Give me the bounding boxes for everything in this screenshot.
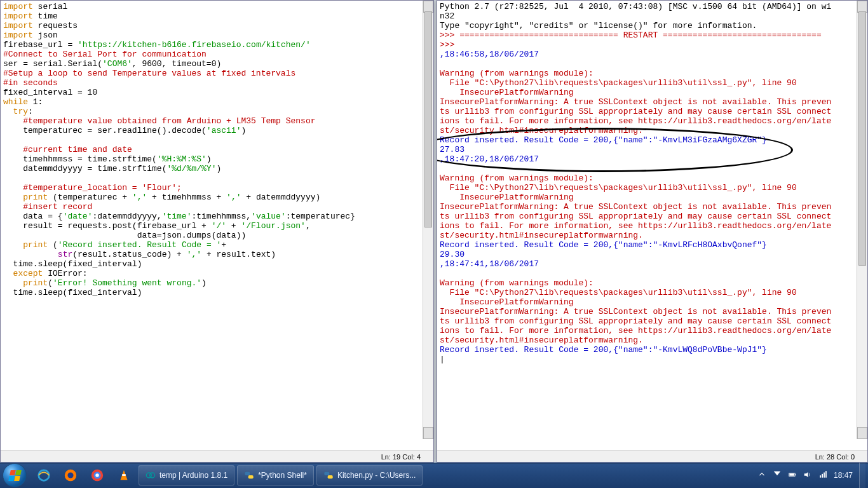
pinned-chrome[interactable] <box>85 465 110 485</box>
shell-window: Python 2.7 (r27:82525, Jul 4 2010, 07:43… <box>437 0 868 463</box>
vlc-icon <box>117 468 131 482</box>
svg-point-2 <box>67 472 73 478</box>
code-editor[interactable]: import serial import time import request… <box>1 1 433 451</box>
svg-point-9 <box>150 473 155 478</box>
shell-status-bar: Ln: 28 Col: 0 <box>437 451 867 462</box>
ie-icon <box>37 468 51 482</box>
desktop: import serial import time import request… <box>0 0 868 463</box>
pinned-vlc[interactable] <box>111 465 137 485</box>
shell-output[interactable]: Python 2.7 (r27:82525, Jul 4 2010, 07:43… <box>437 1 867 451</box>
taskbar: temp | Arduino 1.8.1 *Python Shell* Kitc… <box>0 463 868 488</box>
pinned-ie[interactable] <box>31 465 57 485</box>
taskbar-item-label: temp | Arduino 1.8.1 <box>159 471 227 480</box>
editor-cursor-position: Ln: 19 Col: 4 <box>381 453 433 461</box>
svg-rect-17 <box>789 473 794 476</box>
svg-rect-7 <box>122 474 126 476</box>
shell-cursor-position: Ln: 28 Col: 0 <box>815 453 867 461</box>
svg-rect-21 <box>824 472 825 477</box>
svg-rect-22 <box>825 471 827 478</box>
python-icon <box>244 470 254 480</box>
editor-window: import serial import time import request… <box>0 0 434 463</box>
tray-wifi-icon[interactable] <box>818 470 827 481</box>
tray-chevron-icon[interactable] <box>757 470 766 481</box>
tray-clock[interactable]: 18:47 <box>834 471 853 480</box>
svg-rect-19 <box>820 475 821 478</box>
show-desktop-button[interactable] <box>859 463 865 488</box>
svg-point-5 <box>95 473 99 477</box>
chrome-icon <box>90 468 104 482</box>
taskbar-item-label: *Python Shell* <box>258 471 307 480</box>
svg-marker-14 <box>774 471 781 475</box>
python-icon <box>323 470 334 480</box>
svg-rect-16 <box>795 473 796 475</box>
editor-status-bar: Ln: 19 Col: 4 <box>1 451 433 462</box>
arduino-icon <box>146 470 156 480</box>
pinned-firefox[interactable] <box>58 465 83 485</box>
svg-point-0 <box>39 470 50 481</box>
svg-rect-12 <box>324 472 329 475</box>
taskbar-item-python-shell[interactable]: *Python Shell* <box>237 465 314 485</box>
svg-marker-18 <box>804 471 808 477</box>
taskbar-item-arduino[interactable]: temp | Arduino 1.8.1 <box>139 465 234 485</box>
svg-rect-11 <box>248 475 254 478</box>
taskbar-item-kitchen-py[interactable]: Kitchen.py - C:\Users... <box>316 465 423 485</box>
firefox-icon <box>64 468 78 482</box>
shell-vscrollbar[interactable] <box>857 1 867 439</box>
editor-vscrollbar[interactable] <box>423 1 433 439</box>
system-tray: 18:47 <box>754 470 857 481</box>
start-button[interactable] <box>3 463 27 487</box>
svg-rect-20 <box>822 473 823 477</box>
taskbar-item-label: Kitchen.py - C:\Users... <box>337 471 416 480</box>
tray-battery-icon[interactable] <box>788 470 797 481</box>
tray-volume-icon[interactable] <box>803 470 812 481</box>
tray-action-center-icon[interactable] <box>773 470 782 481</box>
windows-logo-icon <box>8 470 22 481</box>
svg-rect-10 <box>245 472 250 475</box>
svg-rect-13 <box>328 475 333 478</box>
